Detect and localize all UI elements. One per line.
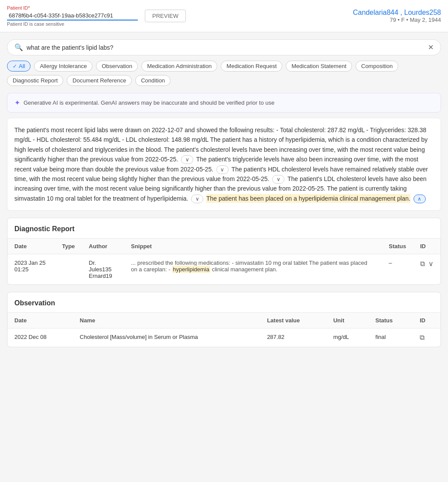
filter-observation[interactable]: Observation: [96, 61, 138, 72]
col-id: ID: [413, 239, 441, 254]
filter-label: Composition: [361, 63, 393, 69]
diagnostic-report-title: Diagnostic Report: [7, 218, 441, 239]
expand-btn-4[interactable]: ∨: [191, 195, 203, 203]
filter-composition[interactable]: Composition: [356, 61, 398, 72]
col-type: Type: [55, 239, 82, 254]
diagnostic-report-section: Diagnostic Report Date Type Author Snipp…: [7, 218, 441, 285]
copy-icon[interactable]: ⧉: [420, 260, 425, 268]
expand-row-icon[interactable]: ∨: [428, 260, 434, 268]
filter-label: All: [19, 63, 25, 69]
col-snippet: Snippet: [124, 239, 382, 254]
observation-table: Date Name Latest value Unit Status ID 20…: [7, 313, 441, 347]
obs-row-status: final: [369, 328, 413, 347]
filter-label: Diagnostic Report: [13, 77, 58, 84]
filter-diagnostic-report[interactable]: Diagnostic Report: [7, 75, 63, 86]
filter-label: Medication Request: [226, 63, 277, 69]
filter-allergy[interactable]: Allergy Intolerance: [34, 61, 92, 72]
filter-all[interactable]: ✓ All: [7, 61, 31, 72]
filter-label: Observation: [102, 63, 132, 69]
row-id-actions: ⧉ ∨: [413, 254, 441, 285]
patient-name: Candelaria844 , Lourdes258: [353, 9, 441, 17]
obs-col-value: Latest value: [260, 313, 326, 328]
filter-condition[interactable]: Condition: [135, 75, 171, 86]
observation-section: Observation Date Name Latest value Unit …: [7, 292, 441, 347]
filter-medication-administration[interactable]: Medication Administration: [141, 61, 217, 72]
obs-col-id: ID: [413, 313, 441, 328]
filter-tags: ✓ All Allergy Intolerance Observation Me…: [7, 61, 441, 86]
col-date: Date: [7, 239, 55, 254]
obs-col-name: Name: [73, 313, 260, 328]
obs-row-id-actions: ⧉: [413, 328, 441, 347]
check-icon: ✓: [13, 63, 17, 69]
observation-title: Observation: [7, 292, 441, 313]
obs-col-status: Status: [369, 313, 413, 328]
highlighted-text: The patient has been placed on a hyperli…: [206, 194, 410, 203]
search-bar: 🔍 ✕: [7, 39, 441, 55]
expand-btn-1[interactable]: ∨: [181, 155, 193, 164]
ai-icon: ✦: [14, 99, 20, 107]
obs-col-date: Date: [7, 313, 73, 328]
patient-id-section: Patient ID* Patient ID is case sensitive: [7, 5, 138, 27]
search-input[interactable]: [27, 44, 424, 51]
copy-icon[interactable]: ⧉: [420, 334, 424, 342]
filter-label: Medication Statement: [291, 63, 346, 69]
obs-row-value: 287.82: [260, 328, 326, 347]
row-author: Dr. Jules135 Ernard19: [82, 254, 124, 285]
row-status: –: [382, 254, 413, 285]
row-snippet: ... prescribed the following medications…: [124, 254, 382, 285]
filter-label: Condition: [141, 77, 165, 84]
filter-medication-request[interactable]: Medication Request: [221, 61, 282, 72]
table-row: 2022 Dec 08 Cholesterol [Mass/volume] in…: [7, 328, 441, 347]
ai-notice: ✦ Generative AI is experimental. GenAI a…: [7, 93, 441, 113]
row-type: [55, 254, 82, 285]
preview-button[interactable]: PREVIEW: [145, 10, 186, 22]
row-date: 2023 Jan 25 01:25: [7, 254, 55, 285]
diagnostic-report-table: Date Type Author Snippet Status ID 2023 …: [7, 239, 441, 284]
obs-row-name: Cholesterol [Mass/volume] in Serum or Pl…: [73, 328, 260, 347]
filter-label: Allergy Intolerance: [40, 63, 87, 69]
obs-row-date: 2022 Dec 08: [7, 328, 73, 347]
main-content: 🔍 ✕ ✓ All Allergy Intolerance Observatio…: [0, 32, 448, 361]
expand-btn-3[interactable]: ∨: [272, 175, 284, 184]
patient-details: 79 • F • May 2, 1944: [353, 17, 441, 23]
top-bar: Patient ID* Patient ID is case sensitive…: [0, 0, 448, 32]
response-text: The patient's most recent lipid labs wer…: [7, 118, 441, 211]
filter-label: Document Reference: [72, 77, 126, 84]
filter-document-reference[interactable]: Document Reference: [67, 75, 132, 86]
obs-row-unit: mg/dL: [326, 328, 369, 347]
search-icon: 🔍: [14, 43, 23, 51]
expand-btn-2[interactable]: ∨: [216, 165, 229, 174]
ai-notice-text: Generative AI is experimental. GenAI ans…: [24, 99, 274, 106]
filter-medication-statement[interactable]: Medication Statement: [286, 61, 352, 72]
collapse-btn[interactable]: ∧: [414, 195, 426, 203]
table-row: 2023 Jan 25 01:25 Dr. Jules135 Ernard19 …: [7, 254, 441, 285]
obs-col-unit: Unit: [326, 313, 369, 328]
col-author: Author: [82, 239, 124, 254]
patient-info: Candelaria844 , Lourdes258 79 • F • May …: [353, 9, 441, 23]
patient-id-hint: Patient ID is case sensitive: [7, 21, 138, 27]
patient-id-label: Patient ID*: [7, 5, 138, 10]
required-indicator: *: [28, 5, 30, 10]
label-text: Patient ID: [7, 5, 28, 10]
clear-icon[interactable]: ✕: [428, 43, 434, 51]
col-status: Status: [382, 239, 413, 254]
patient-id-input[interactable]: [7, 11, 138, 21]
filter-label: Medication Administration: [147, 63, 212, 69]
